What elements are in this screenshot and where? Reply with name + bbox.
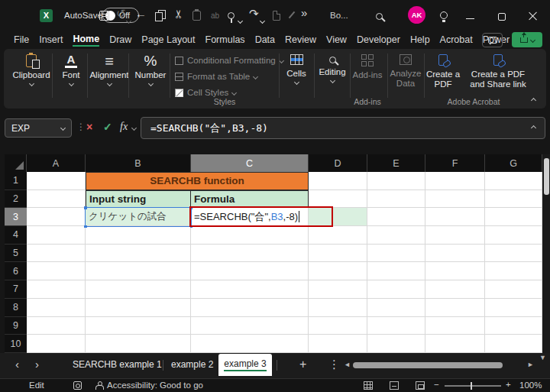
formula-input[interactable]: =SEARCHB("合",B3,-8) [141, 117, 545, 139]
cell[interactable] [425, 226, 485, 245]
cell[interactable] [367, 335, 425, 353]
redo-chevron-icon[interactable] [260, 15, 264, 27]
close-button[interactable] [529, 10, 538, 22]
cell-g3[interactable] [485, 208, 542, 226]
cell[interactable] [485, 262, 542, 280]
tab-file[interactable]: File [14, 34, 29, 46]
number-group-button[interactable]: % Number [131, 54, 170, 86]
zoom-slider[interactable] [445, 385, 501, 387]
cell[interactable] [86, 299, 191, 317]
cell[interactable] [309, 262, 367, 280]
cell[interactable] [27, 280, 86, 299]
cell[interactable] [309, 299, 367, 317]
row-header-8[interactable]: 8 [5, 299, 27, 317]
cell[interactable] [27, 335, 86, 353]
cell[interactable] [86, 317, 191, 335]
vertical-scrollbar[interactable] [542, 154, 550, 353]
cell-g1[interactable] [485, 172, 542, 190]
column-header-f[interactable]: F [425, 154, 485, 172]
cell[interactable] [191, 317, 309, 335]
select-all-button[interactable] [5, 154, 27, 172]
qat-overflow-button[interactable]: » [301, 7, 307, 19]
tips-button[interactable] [440, 9, 448, 21]
cell-b2-header[interactable]: Input string [86, 190, 191, 209]
row-header-3[interactable]: 3 [5, 208, 27, 226]
cell[interactable] [191, 245, 309, 263]
cell[interactable] [485, 226, 542, 245]
hscroll-right-icon[interactable]: ► [527, 361, 534, 368]
sheet-tab-3-active[interactable]: example 3 [218, 354, 272, 376]
tab-draw[interactable]: Draw [109, 34, 131, 46]
row-header-4[interactable]: 4 [5, 226, 27, 245]
tab-developer[interactable]: Developer [357, 34, 400, 46]
cell[interactable] [27, 226, 86, 245]
zoom-in-button[interactable]: + [506, 380, 511, 389]
vertical-scrollbar-thumb[interactable] [544, 158, 549, 195]
cell[interactable] [425, 280, 485, 299]
back-button[interactable]: ← [135, 8, 147, 20]
cell[interactable] [485, 299, 542, 317]
cell-f1[interactable] [425, 172, 485, 190]
record-macro-icon[interactable] [73, 381, 82, 390]
cell[interactable] [27, 317, 86, 335]
row-header-5[interactable]: 5 [5, 245, 27, 263]
new-sheet-button[interactable]: + [299, 358, 306, 371]
sheet-nav-right-icon[interactable]: › [35, 358, 39, 371]
font-group-button[interactable]: A Font [54, 54, 88, 86]
minimize-button[interactable] [466, 9, 474, 21]
insert-function-button[interactable]: fx [120, 121, 128, 133]
horizontal-scrollbar-thumb[interactable] [353, 362, 503, 368]
zoom-out-button[interactable]: − [434, 380, 439, 389]
cell[interactable] [367, 245, 425, 263]
cell-b3-input-string[interactable]: クリケットの試合 [86, 208, 191, 226]
tab-review[interactable]: Review [285, 34, 316, 46]
cell[interactable] [425, 299, 485, 317]
sheet-tab-1[interactable]: SEARCHB example 1 [73, 359, 162, 370]
cell-d3[interactable] [309, 208, 367, 226]
row-header-6[interactable]: 6 [5, 262, 27, 280]
row-header-10[interactable]: 10 [5, 335, 27, 353]
cell[interactable] [86, 262, 191, 280]
touch-chevron-icon[interactable] [238, 15, 242, 27]
cell-f2[interactable] [425, 190, 485, 209]
cell[interactable] [309, 280, 367, 299]
tab-view[interactable]: View [326, 34, 347, 46]
confirm-entry-button[interactable]: ✓ [103, 121, 112, 133]
save-button[interactable] [99, 9, 109, 21]
column-header-g[interactable]: G [485, 154, 542, 172]
cell-b1-title[interactable]: SEARCHB function [86, 172, 309, 190]
cell[interactable] [485, 280, 542, 299]
vscroll-down-icon[interactable]: ▼ [539, 354, 546, 361]
collapse-ribbon-icon[interactable] [531, 98, 536, 103]
cells-group-button[interactable]: Cells [280, 54, 313, 84]
tab-page-layout[interactable]: Page Layout [141, 34, 195, 46]
create-pdf-button[interactable]: Create a PDF [423, 54, 463, 89]
cell[interactable] [191, 262, 309, 280]
cell-e2[interactable] [367, 190, 425, 209]
cell[interactable] [425, 335, 485, 353]
cell-d1[interactable] [309, 172, 367, 190]
cell[interactable] [191, 226, 309, 245]
cell[interactable] [485, 245, 542, 263]
sheet-tab-2[interactable]: example 2 [171, 359, 213, 370]
cell-a3[interactable] [27, 208, 86, 226]
cell-e1[interactable] [367, 172, 425, 190]
redo-button[interactable]: ↷ [249, 8, 259, 20]
copy-button[interactable] [155, 9, 165, 21]
cell[interactable] [86, 226, 191, 245]
zoom-slider-thumb[interactable] [471, 382, 472, 390]
expand-formula-bar-icon[interactable] [531, 125, 536, 131]
editing-group-button[interactable]: Editing [315, 54, 349, 83]
column-header-c[interactable]: C [191, 154, 309, 172]
tab-data[interactable]: Data [255, 34, 275, 46]
cell[interactable] [86, 335, 191, 353]
cell[interactable] [309, 335, 367, 353]
cell[interactable] [191, 280, 309, 299]
row-header-2[interactable]: 2 [5, 190, 27, 209]
accessibility-status[interactable]: Accessibility: Good to go [107, 381, 203, 390]
cell[interactable] [367, 226, 425, 245]
cell[interactable] [367, 299, 425, 317]
cell[interactable] [191, 335, 309, 353]
cancel-entry-button[interactable]: × [86, 121, 92, 133]
column-header-d[interactable]: D [309, 154, 367, 172]
